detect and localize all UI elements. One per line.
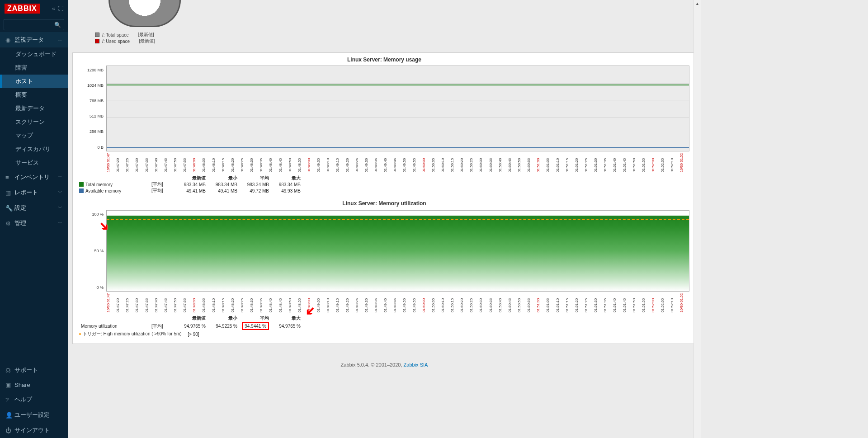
xtick: 01:48:50 <box>288 153 297 172</box>
xtick: 01:49:25 <box>355 293 364 312</box>
xtick: 01:52:05 <box>660 293 670 312</box>
user-settings-link[interactable]: 👤ユーザー設定 <box>0 407 68 423</box>
chevron-down-icon: ﹀ <box>58 174 62 180</box>
sidebar-item-4[interactable]: 最新データ <box>0 102 68 115</box>
nav-label: 管理 <box>14 219 26 227</box>
xtick: 01:51:10 <box>556 153 565 172</box>
agg: [平均] <box>151 188 179 194</box>
pie-legend-latest: [最新値] <box>138 32 154 38</box>
xtick: 01:51:05 <box>546 153 555 172</box>
support-link[interactable]: ☊サポート <box>0 363 68 378</box>
xtick: 01:49:20 <box>345 153 355 172</box>
xtick: 01:47:30 <box>135 293 144 312</box>
xtick: 01:49:50 <box>402 293 412 312</box>
xtick: 01:51:35 <box>603 153 613 172</box>
h: 最小 <box>210 175 242 181</box>
sidebar-item-2[interactable]: ホスト <box>0 75 68 88</box>
share-link[interactable]: ▣Share <box>0 378 68 392</box>
xtick: 01:51:40 <box>613 153 622 172</box>
sidebar-item-7[interactable]: ディスカバリ <box>0 142 68 156</box>
scrollbar[interactable]: ▲ <box>693 0 701 438</box>
xtick: 01:51:05 <box>546 293 555 312</box>
xtick: 01:48:10 <box>212 153 221 172</box>
v: 94.9225 % <box>210 324 242 329</box>
xtick: 01:49:55 <box>412 293 422 312</box>
search-input[interactable] <box>4 19 52 30</box>
label: サポート <box>14 366 38 374</box>
xtick: 01:48:40 <box>269 153 278 172</box>
support-icon: ☊ <box>5 367 14 374</box>
sidebar-item-1[interactable]: 障害 <box>0 61 68 75</box>
xtick: 01:50:45 <box>508 293 517 312</box>
swatch <box>79 182 84 187</box>
sidebar-item-3[interactable]: 概要 <box>0 88 68 102</box>
label: ユーザー設定 <box>14 411 50 419</box>
xtick: 01:50:40 <box>498 153 508 172</box>
xtick: 01:52:05 <box>660 153 670 172</box>
xtick: 01:51:50 <box>632 293 642 312</box>
search-icon[interactable]: 🔍 <box>52 20 64 30</box>
v: 49.41 MB <box>210 188 242 193</box>
pie-chart-stub: /: Total space [最新値] /: Used space [最新値] <box>72 0 696 49</box>
xtick: 01:48:05 <box>202 153 211 172</box>
xtick: 01:48:55 <box>297 293 307 312</box>
v: 49.72 MB <box>242 188 274 193</box>
xtick: 01:51:15 <box>565 293 575 312</box>
available-memory-line <box>107 147 689 148</box>
nav-reports[interactable]: ▥レポート﹀ <box>0 185 68 200</box>
xtick: 01:50:05 <box>431 153 441 172</box>
nav-settings[interactable]: 🔧設定﹀ <box>0 200 68 216</box>
xtick: 01:48:15 <box>221 293 231 312</box>
nav-admin[interactable]: ⚙管理﹀ <box>0 216 68 231</box>
xtick: 01:51:30 <box>594 153 603 172</box>
xtick: 01:47:40 <box>154 153 164 172</box>
xtick: 01:50:00 <box>422 153 431 172</box>
xtick: 01:49:00 <box>307 153 316 172</box>
footer-link[interactable]: Zabbix SIA <box>404 362 428 367</box>
help-link[interactable]: ?ヘルプ <box>0 392 68 407</box>
xtick: 01:48:15 <box>221 153 231 172</box>
ytick: 256 MB <box>90 129 104 134</box>
scroll-up-icon[interactable]: ▲ <box>694 0 701 7</box>
trigger-label: トリガー: High memory utilization ( >90% for… <box>83 331 182 337</box>
expand-icon[interactable]: ⛶ <box>58 5 63 12</box>
logo[interactable]: ZABBIX <box>5 4 40 14</box>
avg-value-box: 94.9441 % <box>242 322 269 330</box>
sidebar-item-0[interactable]: ダッシュボード <box>0 47 68 61</box>
xtick: 01:49:30 <box>364 293 374 312</box>
wrench-icon: 🔧 <box>5 205 14 212</box>
xtick: 01:48:55 <box>297 153 307 172</box>
xtick: 01:48:30 <box>250 153 259 172</box>
collapse-icon[interactable]: « <box>52 5 55 12</box>
h: 平均 <box>242 175 274 181</box>
total-memory-line <box>107 85 689 85</box>
pie-legend-used: /: Used space <box>102 39 130 44</box>
signout-link[interactable]: ⏻サインアウト <box>0 423 68 438</box>
sidebar-item-6[interactable]: マップ <box>0 129 68 142</box>
sidebar-item-8[interactable]: サービス <box>0 156 68 170</box>
nav-monitoring-label: 監視データ <box>14 36 44 44</box>
xtick: 01:47:50 <box>173 293 183 312</box>
nav-inventory[interactable]: ≡インベントリ﹀ <box>0 170 68 185</box>
xtick: 01:50:30 <box>479 293 488 312</box>
xtick: 01:47:30 <box>135 153 144 172</box>
xtick: 01:49:35 <box>374 153 383 172</box>
xtick: 01:51:40 <box>613 293 622 312</box>
xtick-end: 10/30 01:52 <box>679 153 689 172</box>
lbl: Memory utilization <box>81 324 118 329</box>
footer: Zabbix 5.0.4. © 2001–2020, Zabbix SIA <box>72 362 696 367</box>
sidebar-item-5[interactable]: スクリーン <box>0 115 68 129</box>
v: 983.34 MB <box>242 182 274 187</box>
xtick: 01:51:55 <box>642 293 651 312</box>
xtick: 01:48:35 <box>259 293 269 312</box>
xtick: 01:49:10 <box>326 153 335 172</box>
gear-icon: ⚙ <box>5 220 14 227</box>
nav-monitoring[interactable]: ◉ 監視データ ︿ <box>0 32 68 47</box>
nav-label: レポート <box>14 188 38 197</box>
pie-legend: /: Total space [最新値] /: Used space [最新値] <box>95 32 696 44</box>
xtick: 01:49:05 <box>316 153 326 172</box>
xtick: 01:47:25 <box>125 293 135 312</box>
xtick: 01:51:25 <box>584 293 594 312</box>
xtick: 01:47:20 <box>116 153 125 172</box>
xtick: 01:49:35 <box>374 293 383 312</box>
